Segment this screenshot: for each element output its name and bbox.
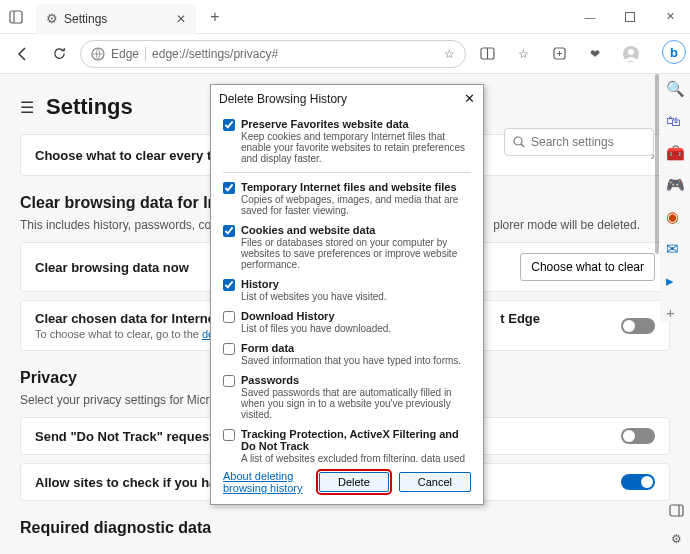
dialog-checkbox[interactable] xyxy=(223,429,235,441)
dialog-item-desc: Saved passwords that are automatically f… xyxy=(241,387,471,420)
browser-tab[interactable]: ⚙ Settings ✕ xyxy=(36,4,196,34)
scrollbar[interactable] xyxy=(655,74,659,254)
split-screen-icon[interactable] xyxy=(472,39,502,69)
url-path: edge://settings/privacy# xyxy=(152,47,278,61)
add-sidebar-icon[interactable]: + xyxy=(666,304,684,322)
svg-rect-13 xyxy=(670,505,683,516)
favorite-icon[interactable]: ☆ xyxy=(444,47,455,61)
section-ie-desc-left: This includes history, passwords, cooki xyxy=(20,218,227,232)
dialog-item: HistoryList of websites you have visited… xyxy=(223,278,471,302)
dialog-checkbox[interactable] xyxy=(223,182,235,194)
dialog-item: Tracking Protection, ActiveX Filtering a… xyxy=(223,428,471,462)
close-tab-icon[interactable]: ✕ xyxy=(176,12,186,26)
dialog-item-desc: A list of websites excluded from filteri… xyxy=(241,453,471,462)
dialog-close-icon[interactable]: ✕ xyxy=(464,91,475,106)
dialog-item: Cookies and website dataFiles or databas… xyxy=(223,224,471,270)
tab-actions-icon[interactable] xyxy=(0,1,32,33)
back-button[interactable] xyxy=(8,39,38,69)
payment-toggle[interactable] xyxy=(621,474,655,490)
clear-now-label: Clear browsing data now xyxy=(35,260,189,275)
edge-icon xyxy=(91,47,105,61)
gear-icon: ⚙ xyxy=(46,11,58,26)
dialog-item-title: Preserve Favorites website data xyxy=(241,118,471,130)
svg-rect-0 xyxy=(10,11,22,23)
refresh-button[interactable] xyxy=(44,39,74,69)
minimize-button[interactable]: — xyxy=(570,1,610,33)
url-protocol: Edge xyxy=(111,47,139,61)
tab-label: Settings xyxy=(64,12,170,26)
diag-title: Required diagnostic data xyxy=(20,519,670,537)
dialog-item: PasswordsSaved passwords that are automa… xyxy=(223,374,471,420)
dialog-item-title: Download History xyxy=(241,310,391,322)
office-icon[interactable]: ◉ xyxy=(666,208,684,226)
favorites-icon[interactable]: ☆ xyxy=(508,39,538,69)
dialog-checkbox[interactable] xyxy=(223,311,235,323)
dialog-checkbox[interactable] xyxy=(223,343,235,355)
svg-point-11 xyxy=(514,137,522,145)
clear-chosen-label-right: t Edge xyxy=(500,311,540,326)
dialog-checkbox[interactable] xyxy=(223,225,235,237)
dialog-item-title: Passwords xyxy=(241,374,471,386)
dialog-item-title: Form data xyxy=(241,342,461,354)
dialog-item-desc: Files or databases stored on your comput… xyxy=(241,237,471,270)
dialog-item: Download HistoryList of files you have d… xyxy=(223,310,471,334)
dialog-item-desc: Saved information that you have typed in… xyxy=(241,355,461,366)
clear-on-exit-toggle[interactable] xyxy=(621,318,655,334)
search-sidebar-icon[interactable]: 🔍 xyxy=(666,80,684,98)
page-title: Settings xyxy=(46,94,133,120)
clear-chosen-sub: To choose what to clear, go to the xyxy=(35,328,202,340)
about-deleting-link[interactable]: About deleting browsing history xyxy=(223,470,309,494)
drop-icon[interactable]: ▸ xyxy=(666,272,684,290)
extensions-icon[interactable]: ❤ xyxy=(580,39,610,69)
svg-rect-2 xyxy=(626,12,635,21)
dialog-item-desc: List of websites you have visited. xyxy=(241,291,387,302)
svg-line-12 xyxy=(521,144,524,147)
tools-icon[interactable]: 🧰 xyxy=(666,144,684,162)
settings-gear-icon[interactable]: ⚙ xyxy=(671,532,682,546)
search-placeholder: Search settings xyxy=(531,135,614,149)
dialog-checkbox[interactable] xyxy=(223,279,235,291)
collections-icon[interactable] xyxy=(544,39,574,69)
section-ie-desc-right: plorer mode will be deleted. xyxy=(493,218,640,232)
profile-icon[interactable] xyxy=(616,39,646,69)
dialog-item-desc: List of files you have downloaded. xyxy=(241,323,391,334)
cancel-button[interactable]: Cancel xyxy=(399,472,471,492)
choose-what-to-clear-button[interactable]: Choose what to clear xyxy=(520,253,655,281)
dialog-item-desc: Copies of webpages, images, and media th… xyxy=(241,194,471,216)
search-settings-input[interactable]: Search settings xyxy=(504,128,654,156)
search-icon xyxy=(513,136,525,148)
dialog-item-title: Temporary Internet files and website fil… xyxy=(241,181,471,193)
bing-chat-icon[interactable]: b xyxy=(662,40,686,64)
shopping-icon[interactable]: 🛍 xyxy=(666,112,684,130)
dnt-label: Send "Do Not Track" requests xyxy=(35,429,221,444)
dialog-title: Delete Browsing History xyxy=(219,92,347,106)
games-icon[interactable]: 🎮 xyxy=(666,176,684,194)
delete-browsing-history-dialog: Delete Browsing History ✕ Preserve Favor… xyxy=(210,84,484,505)
delete-button[interactable]: Delete xyxy=(319,472,389,492)
sidebar-toggle-icon[interactable] xyxy=(669,503,684,518)
new-tab-button[interactable]: + xyxy=(200,2,230,32)
svg-point-10 xyxy=(628,49,634,55)
dialog-item: Preserve Favorites website dataKeep cook… xyxy=(223,118,471,164)
dialog-item-desc: Keep cookies and temporary Internet file… xyxy=(241,131,471,164)
address-bar[interactable]: Edge edge://settings/privacy# ☆ xyxy=(80,40,466,68)
dialog-item-title: Tracking Protection, ActiveX Filtering a… xyxy=(241,428,471,452)
dialog-item-title: History xyxy=(241,278,387,290)
dnt-toggle[interactable] xyxy=(621,428,655,444)
edge-sidebar: 🔍 🛍 🧰 🎮 ◉ ✉ ▸ + xyxy=(660,74,690,322)
dialog-item: Form dataSaved information that you have… xyxy=(223,342,471,366)
dialog-item-title: Cookies and website data xyxy=(241,224,471,236)
title-bar: ⚙ Settings ✕ + — ✕ xyxy=(0,0,690,34)
dialog-checkbox[interactable] xyxy=(223,375,235,387)
menu-icon[interactable]: ☰ xyxy=(20,98,34,117)
browser-toolbar: Edge edge://settings/privacy# ☆ ☆ ❤ ⋯ xyxy=(0,34,690,74)
outlook-icon[interactable]: ✉ xyxy=(666,240,684,258)
dialog-item: Temporary Internet files and website fil… xyxy=(223,181,471,216)
close-window-button[interactable]: ✕ xyxy=(650,1,690,33)
maximize-button[interactable] xyxy=(610,1,650,33)
dialog-checkbox[interactable] xyxy=(223,119,235,131)
